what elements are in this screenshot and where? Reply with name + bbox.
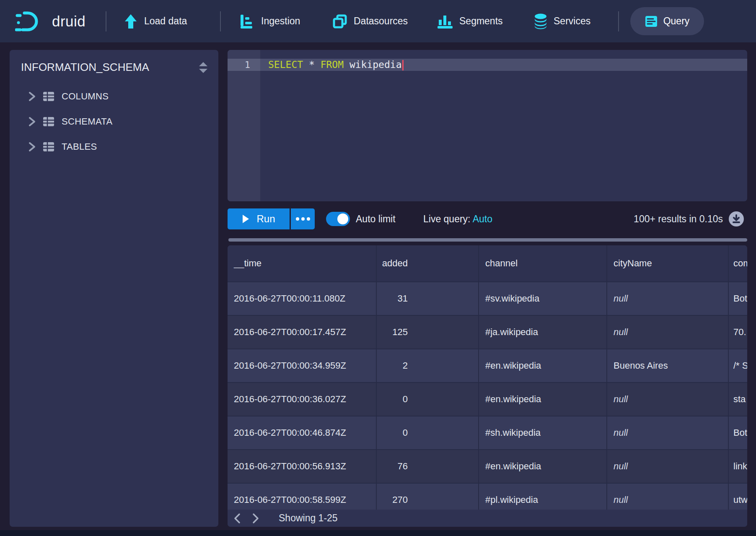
- cell-channel: #en.wikipedia: [479, 349, 607, 382]
- table-row[interactable]: 2016-06-27T00:00:56.913Z 76 #en.wikipedi…: [228, 450, 747, 484]
- results-table: __time added channel cityName comment 20…: [228, 245, 747, 527]
- table-row[interactable]: 2016-06-27T00:00:46.874Z 0 #sh.wikipedia…: [228, 416, 747, 450]
- auto-limit-label: Auto limit: [356, 208, 396, 229]
- druid-console: druid Load data Ingestion: [0, 0, 756, 536]
- cell-time: 2016-06-27T00:00:11.080Z: [228, 282, 377, 315]
- cell-cityname: null: [607, 316, 729, 349]
- chevron-right-icon: [28, 142, 36, 152]
- download-icon: [732, 214, 740, 224]
- table-row[interactable]: 2016-06-27T00:00:11.080Z 31 #sv.wikipedi…: [228, 282, 747, 316]
- sql-editor[interactable]: 1 SELECT * FROM wikipedia: [228, 50, 747, 201]
- live-query-value-link[interactable]: Auto: [473, 213, 492, 224]
- cell-cityname: null: [607, 450, 729, 483]
- services-database-icon: [534, 13, 547, 29]
- nav-divider: [220, 11, 221, 31]
- nav-item-label: Datasources: [354, 16, 408, 27]
- cell-channel: #en.wikipedia: [479, 383, 607, 416]
- table-row[interactable]: 2016-06-27T00:00:36.027Z 0 #en.wikipedia…: [228, 383, 747, 416]
- table-icon: [43, 117, 54, 127]
- results-horizontal-scrollbar[interactable]: [228, 238, 747, 242]
- nav-item-label: Load data: [144, 16, 187, 27]
- sidebar-item-tables[interactable]: TABLES: [10, 134, 218, 159]
- sql-table-name: wikipedia: [344, 59, 401, 70]
- upload-arrow-icon: [124, 14, 138, 29]
- sidebar-item-columns[interactable]: COLUMNS: [10, 84, 218, 109]
- previous-page-button[interactable]: [231, 512, 243, 525]
- cell-time: 2016-06-27T00:00:36.027Z: [228, 383, 377, 416]
- nav-divider: [618, 11, 619, 31]
- download-results-button[interactable]: [729, 211, 744, 226]
- live-query-control: Live query: Auto: [423, 208, 492, 229]
- sql-keyword: FROM: [321, 59, 344, 70]
- query-document-icon: [645, 16, 658, 27]
- run-button[interactable]: Run: [228, 208, 290, 229]
- datasources-layers-icon: [332, 14, 347, 29]
- nav-item-label: Services: [554, 16, 590, 27]
- showing-range-label: Showing 1-25: [279, 513, 338, 524]
- cell-channel: #en.wikipedia: [479, 450, 607, 483]
- window-bottom-edge: [0, 530, 756, 536]
- column-header-comment[interactable]: comment: [729, 245, 747, 281]
- sidebar-item-schemata[interactable]: SCHEMATA: [10, 109, 218, 134]
- segments-bars-icon: [437, 14, 453, 29]
- live-query-label: Live query:: [423, 213, 473, 224]
- editor-gutter: [228, 50, 260, 201]
- double-caret-vertical-icon[interactable]: [198, 61, 208, 74]
- nav-divider: [106, 11, 106, 31]
- results-body: 2016-06-27T00:00:11.080Z 31 #sv.wikipedi…: [228, 282, 747, 517]
- column-header-time[interactable]: __time: [228, 245, 377, 281]
- results-header-row: __time added channel cityName comment: [228, 245, 747, 282]
- cell-channel: #sh.wikipedia: [479, 416, 607, 449]
- table-row[interactable]: 2016-06-27T00:00:34.959Z 2 #en.wikipedia…: [228, 349, 747, 383]
- chevron-right-icon: [252, 513, 259, 524]
- cell-time: 2016-06-27T00:00:56.913Z: [228, 450, 377, 483]
- cell-added: 0: [377, 383, 479, 416]
- druid-logo[interactable]: druid: [15, 0, 85, 42]
- table-row[interactable]: 2016-06-27T00:00:17.457Z 125 #ja.wikiped…: [228, 316, 747, 349]
- cell-cityname: Buenos Aires: [607, 349, 729, 382]
- sql-query-text[interactable]: SELECT * FROM wikipedia: [268, 59, 404, 71]
- line-number: 1: [228, 59, 260, 71]
- column-header-added[interactable]: added: [377, 245, 479, 281]
- cell-added: 2: [377, 349, 479, 382]
- chevron-right-icon: [28, 91, 36, 101]
- druid-logo-icon: [15, 10, 46, 33]
- play-icon: [242, 214, 249, 224]
- schema-header: INFORMATION_SCHEMA: [10, 50, 218, 76]
- top-nav: druid Load data Ingestion: [0, 0, 756, 42]
- cell-comment: Bot: [729, 416, 747, 449]
- pagination-bar: Showing 1-25: [228, 510, 747, 527]
- cell-channel: #sv.wikipedia: [479, 282, 607, 315]
- cell-time: 2016-06-27T00:00:17.457Z: [228, 316, 377, 349]
- cell-time: 2016-06-27T00:00:34.959Z: [228, 349, 377, 382]
- cell-comment: 70.: [729, 316, 747, 349]
- nav-item-label: Segments: [459, 16, 503, 27]
- column-header-channel[interactable]: channel: [479, 245, 607, 281]
- chevron-right-icon: [28, 117, 36, 127]
- nav-item-services[interactable]: Services: [534, 0, 590, 42]
- ellipsis-icon: [296, 217, 299, 221]
- nav-item-ingestion[interactable]: Ingestion: [240, 0, 300, 42]
- column-header-cityname[interactable]: cityName: [607, 245, 729, 281]
- results-summary: 100+ results in 0.10s: [634, 208, 723, 229]
- cell-cityname: null: [607, 282, 729, 315]
- schema-title: INFORMATION_SCHEMA: [21, 61, 149, 74]
- sql-star: *: [303, 59, 321, 70]
- run-button-label: Run: [256, 213, 275, 225]
- nav-item-load-data[interactable]: Load data: [124, 0, 187, 42]
- nav-item-label: Query: [663, 16, 690, 27]
- run-more-options-button[interactable]: [291, 208, 315, 229]
- brand-name: druid: [52, 13, 85, 30]
- cell-comment: /* S: [729, 349, 747, 382]
- cell-added: 76: [377, 450, 479, 483]
- sidebar-item-label: SCHEMATA: [62, 116, 112, 127]
- nav-item-datasources[interactable]: Datasources: [332, 0, 408, 42]
- nav-item-query[interactable]: Query: [630, 7, 704, 35]
- schema-sidebar: INFORMATION_SCHEMA COLUMNS: [10, 50, 218, 527]
- sql-keyword: SELECT: [268, 59, 303, 70]
- nav-item-segments[interactable]: Segments: [437, 0, 503, 42]
- cell-comment: Bot: [729, 282, 747, 315]
- next-page-button[interactable]: [249, 512, 262, 525]
- table-icon: [43, 91, 54, 101]
- auto-limit-toggle[interactable]: [326, 212, 350, 226]
